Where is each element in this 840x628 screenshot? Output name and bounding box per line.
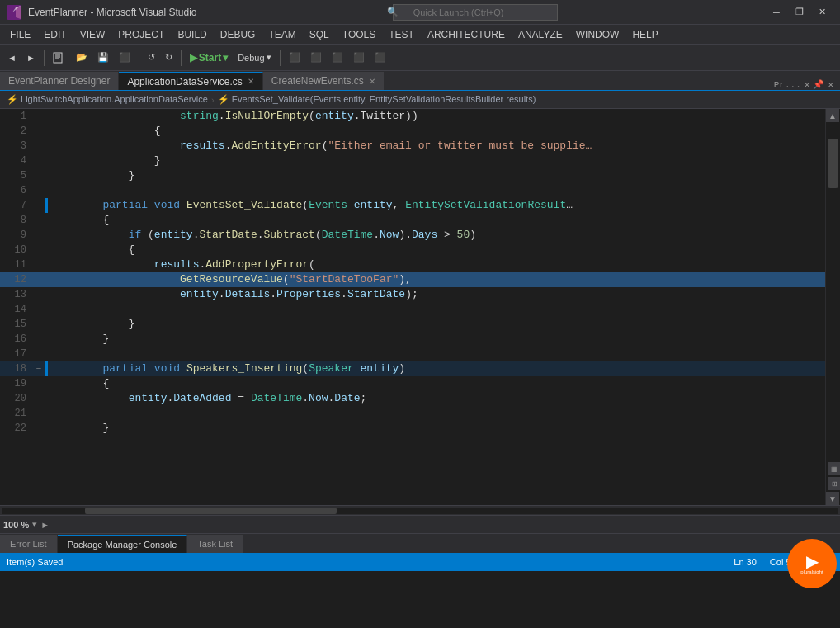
view-toggle-1[interactable]: ▦ bbox=[828, 462, 840, 475]
btab-error-list[interactable]: Error List bbox=[0, 535, 58, 553]
breadcrumb-separator: › bbox=[211, 95, 215, 105]
redo-button[interactable]: ↻ bbox=[161, 48, 177, 68]
status-ln: Ln 30 bbox=[734, 557, 757, 567]
menu-test[interactable]: TEST bbox=[382, 26, 421, 44]
view-toggle-2[interactable]: ⊞ bbox=[828, 477, 840, 490]
open-button[interactable]: 📂 bbox=[72, 48, 92, 68]
line-number-6: 6 bbox=[0, 183, 33, 198]
tab-applicationdataservice[interactable]: ApplicationDataService.cs ✕ bbox=[119, 72, 262, 90]
menu-architecture[interactable]: ARCHITECTURE bbox=[421, 26, 512, 44]
toolbar-btn-8[interactable]: ⬛ bbox=[349, 48, 369, 68]
forward-button[interactable]: ► bbox=[22, 48, 40, 68]
menu-help[interactable]: HELP bbox=[625, 26, 664, 44]
save-all-button[interactable]: ⬛ bbox=[115, 48, 134, 68]
close-button[interactable]: ✕ bbox=[812, 4, 833, 21]
tab-overflow-close[interactable]: ✕ bbox=[805, 79, 810, 90]
toolbar-btn-7[interactable]: ⬛ bbox=[328, 48, 347, 68]
code-content-11: results.AddPropertyError( bbox=[48, 257, 840, 272]
menu-debug[interactable]: DEBUG bbox=[214, 26, 262, 44]
breadcrumb: ⚡ LightSwitchApplication.ApplicationData… bbox=[0, 91, 840, 109]
toolbar-separator-1 bbox=[44, 50, 45, 66]
breadcrumb-method[interactable]: ⚡ EventsSet_Validate(Events entity, Enti… bbox=[218, 94, 536, 105]
code-content-5: } bbox=[48, 168, 840, 183]
line-number-1: 1 bbox=[0, 109, 33, 124]
status-left: Item(s) Saved bbox=[7, 557, 63, 567]
tab-bar: EventPlanner Designer ApplicationDataSer… bbox=[0, 71, 840, 91]
right-scrollbar-panel: ▲ ▦ ⊞ ▼ bbox=[825, 109, 840, 505]
menu-view[interactable]: VIEW bbox=[73, 26, 112, 44]
svg-marker-0 bbox=[7, 6, 16, 19]
ps-label: pluralsight bbox=[800, 569, 823, 574]
line-number-21: 21 bbox=[0, 406, 33, 421]
editor: 1 string.IsNullOrEmpty(entity.Twitter))2… bbox=[0, 109, 840, 505]
code-line-7: 7─ partial void EventsSet_Validate(Event… bbox=[0, 198, 840, 213]
save-button[interactable]: 💾 bbox=[93, 48, 113, 68]
toolbar-btn-6[interactable]: ⬛ bbox=[306, 48, 326, 68]
code-line-6: 6 bbox=[0, 183, 840, 198]
code-area[interactable]: 1 string.IsNullOrEmpty(entity.Twitter))2… bbox=[0, 109, 840, 505]
horizontal-scrollbar[interactable] bbox=[0, 505, 840, 515]
scroll-track[interactable] bbox=[2, 508, 838, 514]
bottom-tabs-bar: Error List Package Manager Console Task … bbox=[0, 533, 840, 553]
code-line-4: 4 } bbox=[0, 153, 840, 168]
menu-tools[interactable]: TOOLS bbox=[336, 26, 382, 44]
pluralsight-badge[interactable]: ▶ pluralsight bbox=[787, 539, 837, 588]
collapse-icon-18[interactable]: ─ bbox=[33, 361, 45, 376]
tab-designer[interactable]: EventPlanner Designer bbox=[0, 72, 119, 90]
debug-dropdown-button[interactable]: Debug ▾ bbox=[234, 48, 275, 68]
code-line-10: 10 { bbox=[0, 243, 840, 257]
menu-file[interactable]: FILE bbox=[3, 26, 37, 44]
restore-button[interactable]: ❐ bbox=[789, 4, 810, 21]
zoom-dropdown-icon[interactable]: ▾ bbox=[32, 519, 37, 530]
pin-icon[interactable]: 📌 bbox=[813, 79, 824, 90]
scrollbar-track[interactable] bbox=[826, 122, 840, 460]
breadcrumb-namespace[interactable]: ⚡ LightSwitchApplication.ApplicationData… bbox=[7, 94, 208, 105]
back-button[interactable]: ◄ bbox=[3, 48, 21, 68]
undo-button[interactable]: ↺ bbox=[144, 48, 159, 68]
code-content-1: string.IsNullOrEmpty(entity.Twitter)) bbox=[48, 109, 840, 124]
menu-team[interactable]: TEAM bbox=[262, 26, 302, 44]
menu-build[interactable]: BUILD bbox=[171, 26, 213, 44]
code-line-9: 9 if (entity.StartDate.Subtract(DateTime… bbox=[0, 228, 840, 243]
code-content-6 bbox=[48, 183, 840, 198]
line-number-11: 11 bbox=[0, 257, 33, 272]
code-content-17 bbox=[48, 347, 840, 361]
new-project-button[interactable] bbox=[49, 48, 70, 68]
minimize-button[interactable]: ─ bbox=[766, 4, 787, 21]
code-content-3: results.AddEntityError("Either email or … bbox=[48, 139, 840, 153]
toolbar-btn-9[interactable]: ⬛ bbox=[370, 48, 390, 68]
start-button[interactable]: ▶ Start ▾ bbox=[186, 48, 232, 68]
btab-package-manager[interactable]: Package Manager Console bbox=[58, 535, 188, 553]
tab-createnewevents-close[interactable]: ✕ bbox=[369, 77, 375, 86]
line-number-10: 10 bbox=[0, 243, 33, 257]
code-line-1: 1 string.IsNullOrEmpty(entity.Twitter)) bbox=[0, 109, 840, 124]
toolbar: ◄ ► 📂 💾 ⬛ ↺ ↻ ▶ Start ▾ Debug ▾ ⬛ ⬛ ⬛ ⬛ … bbox=[0, 45, 840, 71]
quick-launch-input[interactable] bbox=[393, 4, 558, 21]
code-content-4: } bbox=[48, 153, 840, 168]
menu-project[interactable]: PROJECT bbox=[111, 26, 171, 44]
scroll-up-button[interactable]: ▲ bbox=[826, 109, 839, 122]
tab-createnevwevents[interactable]: CreateNewEvents.cs ✕ bbox=[263, 72, 385, 90]
line-number-2: 2 bbox=[0, 124, 33, 139]
menu-edit[interactable]: EDIT bbox=[37, 26, 73, 44]
tab-close-all[interactable]: ✕ bbox=[828, 79, 833, 90]
line-number-13: 13 bbox=[0, 287, 33, 302]
menu-window[interactable]: WINDOW bbox=[569, 26, 626, 44]
scroll-thumb-h bbox=[85, 508, 336, 514]
zoom-arrow-icon[interactable]: ► bbox=[40, 520, 50, 530]
code-content-19: { bbox=[48, 376, 840, 391]
menu-analyze[interactable]: ANALYZE bbox=[512, 26, 569, 44]
tab-designer-label: EventPlanner Designer bbox=[8, 75, 110, 87]
btab-task-list[interactable]: Task List bbox=[187, 535, 243, 553]
scroll-down-button[interactable]: ▼ bbox=[826, 492, 839, 505]
menu-sql[interactable]: SQL bbox=[303, 26, 336, 44]
title-bar: EventPlanner - Microsoft Visual Studio 🔍… bbox=[0, 0, 840, 25]
tab-applicationdataservice-close[interactable]: ✕ bbox=[248, 77, 254, 86]
collapse-icon-7[interactable]: ─ bbox=[33, 198, 45, 213]
toolbar-btn-5[interactable]: ⬛ bbox=[285, 48, 304, 68]
code-line-15: 15 } bbox=[0, 317, 840, 332]
tab-overflow-label[interactable]: Pr... bbox=[774, 80, 801, 90]
menu-bar: FILE EDIT VIEW PROJECT BUILD DEBUG TEAM … bbox=[0, 25, 840, 45]
line-number-8: 8 bbox=[0, 213, 33, 228]
scroll-thumb bbox=[828, 139, 838, 188]
